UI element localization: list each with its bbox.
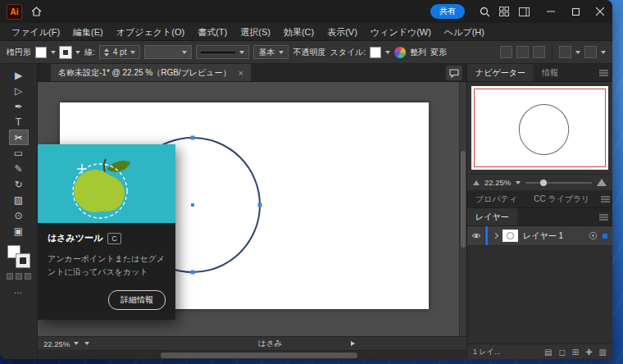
navigator-preview[interactable] [471, 86, 608, 170]
navigator-zoom-value[interactable]: 22.25% [484, 178, 511, 187]
stroke-width-stepper[interactable] [104, 48, 109, 57]
tab-cc-libraries[interactable]: CC ライブラリ [525, 190, 598, 207]
pen-tool-icon[interactable]: ✒ [9, 98, 29, 114]
draw-inside-button[interactable] [25, 273, 31, 280]
new-layer-icon[interactable]: ✚ [585, 348, 592, 357]
navigator-view-box[interactable] [474, 89, 606, 167]
menu-item[interactable]: 表示(V) [321, 23, 364, 41]
basic-appearance-value[interactable]: 基本 [258, 47, 275, 58]
horizontal-scrollbar[interactable] [38, 350, 466, 359]
zoom-tool-icon[interactable]: ⊙ [9, 207, 29, 223]
artboard-nav-caret-icon[interactable] [84, 342, 89, 345]
brush-definition-dropdown[interactable] [144, 45, 192, 59]
layer-disclosure-icon[interactable] [493, 233, 498, 239]
zoom-out-icon[interactable] [473, 180, 480, 185]
rectangle-tool-icon[interactable]: ▭ [9, 145, 29, 161]
menu-item[interactable]: 書式(T) [191, 23, 234, 41]
fill-stroke-widget[interactable] [7, 245, 30, 267]
layer-visibility-cell[interactable] [467, 226, 485, 245]
selection-tool-icon[interactable]: ▶ [9, 67, 29, 83]
zoom-level-dropdown[interactable]: 22.25% [43, 339, 79, 348]
search-icon[interactable] [475, 0, 494, 23]
stroke-color-swatch[interactable] [60, 47, 71, 58]
more-options-icon[interactable] [584, 46, 597, 58]
menu-item[interactable]: 編集(E) [66, 23, 110, 41]
stroke-width-caret-icon[interactable] [130, 51, 135, 54]
zoom-in-icon[interactable] [597, 179, 607, 186]
panel-options-icon[interactable] [559, 46, 571, 58]
recolor-artwork-icon[interactable] [394, 47, 406, 58]
stroke-style-caret-icon[interactable] [239, 51, 244, 54]
layer-selected-art-indicator[interactable] [603, 234, 607, 239]
zoom-caret-icon[interactable] [74, 342, 79, 345]
status-scroll-right-icon[interactable] [351, 341, 355, 346]
more-info-button[interactable]: 詳細情報 [108, 290, 166, 310]
arrange-documents-icon[interactable] [494, 0, 514, 23]
collect-for-export-icon[interactable]: ▤ [544, 348, 552, 357]
menu-item[interactable]: ヘルプ(H) [438, 23, 491, 41]
tab-layers[interactable]: レイヤー [467, 208, 517, 225]
transform-label[interactable]: 変形 [430, 47, 447, 58]
opacity-label[interactable]: 不透明度 [293, 47, 325, 58]
basic-appearance-dropdown[interactable]: 基本 [253, 45, 289, 59]
workspace-switcher-icon[interactable] [514, 0, 534, 23]
edit-toolbar-icon[interactable]: … [14, 285, 24, 295]
navigator-zoom-slider[interactable] [525, 182, 592, 184]
new-sublayer-icon[interactable]: ⊞ [572, 348, 579, 357]
horizontal-scrollbar-thumb[interactable] [161, 353, 357, 358]
draw-normal-button[interactable] [7, 273, 13, 280]
stroke-style-dropdown[interactable] [196, 45, 249, 59]
paintbrush-tool-icon[interactable]: ✎ [9, 161, 29, 176]
properties-panel-menu-icon[interactable] [598, 190, 612, 207]
menu-item[interactable]: オブジェクト(O) [110, 23, 191, 41]
tab-info[interactable]: 情報 [534, 64, 566, 81]
fill-color-swatch[interactable] [35, 47, 47, 58]
delete-layer-icon[interactable]: ▥ [599, 348, 607, 357]
control-bar-icon[interactable] [516, 46, 529, 58]
control-bar-icon[interactable] [533, 46, 545, 58]
fill-caret-icon[interactable] [51, 51, 56, 54]
gradient-tool-icon[interactable]: ▨ [9, 192, 29, 207]
menu-item[interactable]: 効果(C) [277, 23, 321, 41]
align-label[interactable]: 整列 [410, 47, 426, 58]
control-bar-icon[interactable] [500, 46, 512, 58]
rotate-tool-icon[interactable]: ↻ [9, 176, 29, 192]
scissors-tool-icon[interactable]: ✂ [9, 130, 29, 145]
style-swatch[interactable] [370, 47, 381, 58]
layers-panel-menu-icon[interactable] [594, 208, 612, 225]
share-button[interactable]: 共有 [430, 4, 465, 19]
make-clip-mask-icon[interactable]: ◻ [558, 348, 565, 357]
draw-behind-button[interactable] [16, 273, 22, 280]
panel-options-caret-icon[interactable] [575, 51, 580, 54]
comment-icon[interactable] [446, 66, 462, 80]
more-options-caret-icon[interactable] [601, 51, 606, 54]
tab-close-icon[interactable]: × [239, 68, 243, 78]
style-caret-icon[interactable] [385, 51, 390, 54]
navigator-zoom-slider-thumb[interactable] [540, 180, 547, 186]
navigator-zoom-caret-icon[interactable] [516, 181, 521, 184]
maximize-button[interactable] [563, 0, 588, 23]
canvas[interactable]: はさみツール C アンカーポイントまたはセグメントに沿ってパスをカット 詳細情報 [38, 82, 466, 336]
document-tab[interactable]: 名称未設定-1* @ 22.25 %（RGB/プレビュー） × [51, 64, 251, 81]
type-tool-icon[interactable]: T [9, 114, 29, 130]
layer-row[interactable]: レイヤー 1 [467, 226, 612, 246]
layer-thumbnail[interactable] [502, 230, 518, 242]
zoom-level-value[interactable]: 22.25% [43, 339, 70, 348]
direct-selection-tool-icon[interactable]: ▷ [9, 83, 29, 98]
stroke-width-value[interactable]: 4 pt [113, 48, 127, 57]
menu-item[interactable]: ファイル(F) [5, 23, 66, 41]
tab-properties[interactable]: プロパティ [467, 190, 525, 207]
layer-name[interactable]: レイヤー 1 [523, 230, 563, 242]
stroke-caret-icon[interactable] [75, 51, 80, 54]
home-icon[interactable] [25, 0, 47, 23]
vertical-scrollbar[interactable] [459, 82, 466, 336]
menu-item[interactable]: 選択(S) [234, 23, 277, 41]
illustrator-app-icon[interactable]: Ai [7, 4, 22, 20]
menu-item[interactable]: ウィンドウ(W) [364, 23, 438, 41]
vertical-scrollbar-thumb[interactable] [461, 151, 466, 248]
tab-navigator[interactable]: ナビゲーター [467, 64, 534, 81]
navigator-panel-menu-icon[interactable] [594, 64, 612, 81]
artboard-tool-icon[interactable]: ▣ [9, 223, 29, 239]
minimize-button[interactable] [539, 0, 563, 23]
stroke-proxy-swatch[interactable] [16, 254, 30, 267]
